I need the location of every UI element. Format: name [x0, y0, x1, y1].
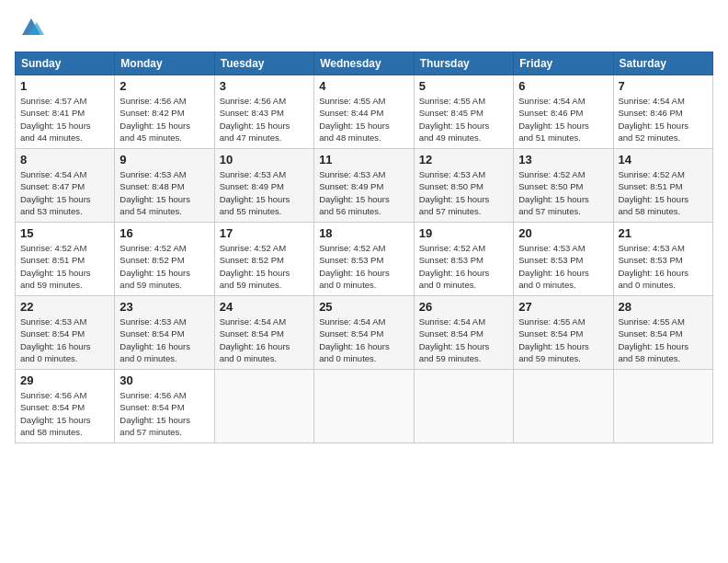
calendar-cell: 2Sunrise: 4:56 AM Sunset: 8:42 PM Daylig… [115, 75, 214, 149]
header [15, 15, 713, 40]
day-info: Sunrise: 4:54 AM Sunset: 8:47 PM Dayligh… [20, 168, 109, 217]
day-number: 16 [119, 226, 209, 240]
day-number: 8 [20, 153, 109, 167]
col-header-monday: Monday [115, 52, 214, 75]
day-number: 11 [319, 153, 409, 167]
day-info: Sunrise: 4:55 AM Sunset: 8:54 PM Dayligh… [619, 316, 709, 364]
calendar-cell: 1Sunrise: 4:57 AM Sunset: 8:41 PM Daylig… [16, 75, 115, 149]
calendar-cell: 16Sunrise: 4:52 AM Sunset: 8:52 PM Dayli… [115, 223, 214, 296]
day-number: 6 [518, 79, 608, 93]
day-number: 7 [619, 79, 709, 93]
day-info: Sunrise: 4:52 AM Sunset: 8:53 PM Dayligh… [319, 242, 409, 291]
calendar-cell: 13Sunrise: 4:52 AM Sunset: 8:50 PM Dayli… [514, 149, 613, 223]
day-info: Sunrise: 4:52 AM Sunset: 8:51 PM Dayligh… [619, 168, 709, 217]
day-number: 4 [319, 79, 409, 93]
day-number: 15 [20, 226, 109, 240]
calendar-cell: 28Sunrise: 4:55 AM Sunset: 8:54 PM Dayli… [613, 296, 713, 370]
day-number: 23 [119, 300, 209, 314]
day-info: Sunrise: 4:52 AM Sunset: 8:52 PM Dayligh… [119, 242, 209, 291]
day-info: Sunrise: 4:54 AM Sunset: 8:46 PM Dayligh… [619, 95, 709, 144]
day-info: Sunrise: 4:56 AM Sunset: 8:54 PM Dayligh… [119, 389, 209, 438]
day-number: 21 [619, 226, 709, 240]
day-info: Sunrise: 4:55 AM Sunset: 8:44 PM Dayligh… [319, 95, 409, 144]
calendar-cell: 27Sunrise: 4:55 AM Sunset: 8:54 PM Dayli… [514, 296, 613, 370]
calendar-cell: 14Sunrise: 4:52 AM Sunset: 8:51 PM Dayli… [613, 149, 713, 223]
day-number: 19 [419, 226, 508, 240]
day-info: Sunrise: 4:54 AM Sunset: 8:54 PM Dayligh… [319, 316, 409, 364]
calendar-cell: 19Sunrise: 4:52 AM Sunset: 8:53 PM Dayli… [414, 223, 513, 296]
day-info: Sunrise: 4:53 AM Sunset: 8:48 PM Dayligh… [119, 168, 209, 217]
calendar-cell: 30Sunrise: 4:56 AM Sunset: 8:54 PM Dayli… [115, 370, 214, 443]
day-info: Sunrise: 4:53 AM Sunset: 8:54 PM Dayligh… [20, 316, 109, 364]
calendar-cell: 11Sunrise: 4:53 AM Sunset: 8:49 PM Dayli… [314, 149, 415, 223]
col-header-thursday: Thursday [414, 52, 513, 75]
calendar-cell [613, 370, 713, 443]
day-number: 14 [619, 153, 709, 167]
day-number: 10 [220, 153, 309, 167]
calendar-cell: 7Sunrise: 4:54 AM Sunset: 8:46 PM Daylig… [613, 75, 713, 149]
calendar-cell [514, 370, 613, 443]
calendar-cell: 25Sunrise: 4:54 AM Sunset: 8:54 PM Dayli… [314, 296, 415, 370]
day-info: Sunrise: 4:55 AM Sunset: 8:54 PM Dayligh… [518, 316, 608, 364]
calendar-cell [314, 370, 415, 443]
day-info: Sunrise: 4:52 AM Sunset: 8:53 PM Dayligh… [419, 242, 508, 291]
day-info: Sunrise: 4:53 AM Sunset: 8:50 PM Dayligh… [419, 168, 508, 217]
day-number: 26 [419, 300, 508, 314]
day-number: 27 [518, 300, 608, 314]
day-info: Sunrise: 4:53 AM Sunset: 8:49 PM Dayligh… [220, 168, 309, 217]
day-info: Sunrise: 4:54 AM Sunset: 8:54 PM Dayligh… [419, 316, 508, 364]
day-number: 13 [518, 153, 608, 167]
day-info: Sunrise: 4:54 AM Sunset: 8:54 PM Dayligh… [220, 316, 309, 364]
day-info: Sunrise: 4:52 AM Sunset: 8:50 PM Dayligh… [518, 168, 608, 217]
week-row: 1Sunrise: 4:57 AM Sunset: 8:41 PM Daylig… [16, 75, 713, 149]
day-number: 25 [319, 300, 409, 314]
calendar-cell [214, 370, 313, 443]
calendar-cell: 6Sunrise: 4:54 AM Sunset: 8:46 PM Daylig… [514, 75, 613, 149]
calendar-cell: 12Sunrise: 4:53 AM Sunset: 8:50 PM Dayli… [414, 149, 513, 223]
day-number: 12 [419, 153, 508, 167]
calendar-cell: 23Sunrise: 4:53 AM Sunset: 8:54 PM Dayli… [115, 296, 214, 370]
day-number: 20 [518, 226, 608, 240]
logo-icon [18, 15, 44, 40]
day-number: 29 [20, 373, 109, 387]
logo [15, 15, 44, 40]
calendar-cell: 10Sunrise: 4:53 AM Sunset: 8:49 PM Dayli… [214, 149, 313, 223]
day-info: Sunrise: 4:53 AM Sunset: 8:49 PM Dayligh… [319, 168, 409, 217]
day-info: Sunrise: 4:56 AM Sunset: 8:43 PM Dayligh… [220, 95, 309, 144]
calendar-cell: 18Sunrise: 4:52 AM Sunset: 8:53 PM Dayli… [314, 223, 415, 296]
calendar: SundayMondayTuesdayWednesdayThursdayFrid… [15, 52, 713, 443]
day-info: Sunrise: 4:57 AM Sunset: 8:41 PM Dayligh… [20, 95, 109, 144]
page: SundayMondayTuesdayWednesdayThursdayFrid… [0, 0, 728, 563]
calendar-cell: 3Sunrise: 4:56 AM Sunset: 8:43 PM Daylig… [214, 75, 313, 149]
week-row: 15Sunrise: 4:52 AM Sunset: 8:51 PM Dayli… [16, 223, 713, 296]
day-info: Sunrise: 4:52 AM Sunset: 8:51 PM Dayligh… [20, 242, 109, 291]
calendar-cell: 15Sunrise: 4:52 AM Sunset: 8:51 PM Dayli… [16, 223, 115, 296]
day-number: 2 [119, 79, 209, 93]
day-info: Sunrise: 4:56 AM Sunset: 8:42 PM Dayligh… [119, 95, 209, 144]
week-row: 8Sunrise: 4:54 AM Sunset: 8:47 PM Daylig… [16, 149, 713, 223]
calendar-cell: 20Sunrise: 4:53 AM Sunset: 8:53 PM Dayli… [514, 223, 613, 296]
day-number: 5 [419, 79, 508, 93]
day-number: 9 [119, 153, 209, 167]
calendar-cell: 26Sunrise: 4:54 AM Sunset: 8:54 PM Dayli… [414, 296, 513, 370]
calendar-cell: 5Sunrise: 4:55 AM Sunset: 8:45 PM Daylig… [414, 75, 513, 149]
calendar-cell [414, 370, 513, 443]
day-info: Sunrise: 4:53 AM Sunset: 8:54 PM Dayligh… [119, 316, 209, 364]
day-number: 24 [220, 300, 309, 314]
header-row: SundayMondayTuesdayWednesdayThursdayFrid… [16, 52, 713, 75]
day-info: Sunrise: 4:53 AM Sunset: 8:53 PM Dayligh… [619, 242, 709, 291]
day-info: Sunrise: 4:56 AM Sunset: 8:54 PM Dayligh… [20, 389, 109, 438]
day-number: 1 [20, 79, 109, 93]
calendar-cell: 24Sunrise: 4:54 AM Sunset: 8:54 PM Dayli… [214, 296, 313, 370]
day-number: 18 [319, 226, 409, 240]
col-header-wednesday: Wednesday [314, 52, 415, 75]
calendar-cell: 8Sunrise: 4:54 AM Sunset: 8:47 PM Daylig… [16, 149, 115, 223]
calendar-cell: 4Sunrise: 4:55 AM Sunset: 8:44 PM Daylig… [314, 75, 415, 149]
day-number: 28 [619, 300, 709, 314]
day-info: Sunrise: 4:55 AM Sunset: 8:45 PM Dayligh… [419, 95, 508, 144]
day-number: 3 [220, 79, 309, 93]
calendar-cell: 22Sunrise: 4:53 AM Sunset: 8:54 PM Dayli… [16, 296, 115, 370]
calendar-cell: 17Sunrise: 4:52 AM Sunset: 8:52 PM Dayli… [214, 223, 313, 296]
col-header-saturday: Saturday [613, 52, 713, 75]
week-row: 22Sunrise: 4:53 AM Sunset: 8:54 PM Dayli… [16, 296, 713, 370]
